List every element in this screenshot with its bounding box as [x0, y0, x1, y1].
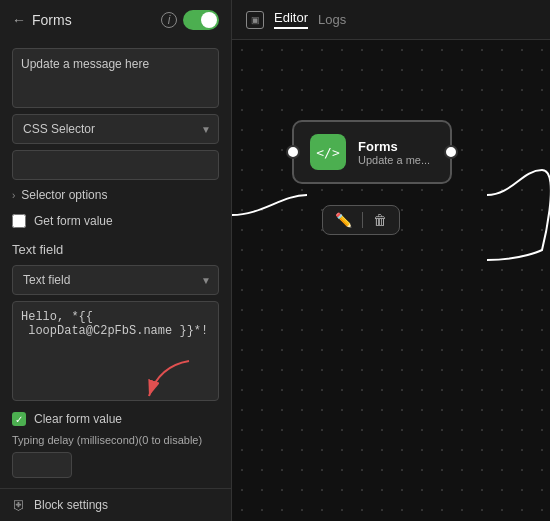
node-icon-box: </> [310, 134, 346, 170]
right-panel: ▣ Editor Logs </> Forms Update a me... [232, 0, 550, 521]
node-card: </> Forms Update a me... [292, 120, 452, 184]
panel-header: ← Forms i [0, 0, 231, 40]
message-textarea[interactable]: Update a message here [12, 48, 219, 108]
panel-title: Forms [32, 12, 155, 28]
get-form-value-checkbox[interactable] [12, 214, 26, 228]
text-field-wrapper: Text field Password Email Number ▼ [12, 265, 219, 295]
clear-form-value-label: Clear form value [34, 412, 122, 426]
action-divider [362, 212, 363, 228]
node-info: Forms Update a me... [358, 139, 430, 166]
node-title: Forms [358, 139, 430, 154]
css-selector-wrapper: CSS Selector XPath ID Class ▼ [12, 114, 219, 144]
text-field-section-label: Text field [12, 238, 219, 259]
node-actions: ✏️ 🗑 [322, 205, 400, 235]
chevron-right-icon: › [12, 190, 15, 201]
get-form-value-row: Get form value [12, 210, 219, 232]
css-selector-dropdown[interactable]: CSS Selector XPath ID Class [12, 114, 219, 144]
typing-delay-input[interactable]: 70 [12, 452, 72, 478]
info-icon[interactable]: i [161, 12, 177, 28]
text-field-dropdown[interactable]: Text field Password Email Number [12, 265, 219, 295]
forms-toggle[interactable] [183, 10, 219, 30]
clear-form-value-row: Clear form value [12, 410, 219, 428]
clear-form-value-checkbox[interactable] [12, 412, 26, 426]
selector-options-row[interactable]: › Selector options [12, 186, 219, 204]
css-selector-input[interactable]: [title="Type a message"] [12, 150, 219, 180]
panel-content: Update a message here CSS Selector XPath… [0, 40, 231, 488]
connections-svg [232, 40, 550, 521]
value-textarea[interactable]: Hello, *{{ loopData@C2pFbS.name }}*! [12, 301, 219, 401]
canvas-area: </> Forms Update a me... ✏️ 🗑 [232, 40, 550, 521]
get-form-value-label: Get form value [34, 214, 113, 228]
shield-icon: ⛨ [12, 497, 26, 513]
delete-icon[interactable]: 🗑 [373, 212, 387, 228]
editor-icon: ▣ [246, 11, 264, 29]
left-panel: ← Forms i Update a message here CSS Sele… [0, 0, 232, 521]
node-subtitle: Update a me... [358, 154, 430, 166]
edit-icon[interactable]: ✏️ [335, 212, 352, 228]
block-settings-label: Block settings [34, 498, 108, 512]
node-connector-right [444, 145, 458, 159]
tab-editor[interactable]: Editor [274, 10, 308, 29]
typing-delay-label: Typing delay (millisecond)(0 to disable) [12, 434, 219, 446]
block-settings-row[interactable]: ⛨ Block settings [0, 488, 231, 521]
node-code-icon: </> [316, 145, 339, 160]
value-input-wrapper: Hello, *{{ loopData@C2pFbS.name }}*! [12, 301, 219, 404]
back-button[interactable]: ← [12, 12, 26, 28]
right-header: ▣ Editor Logs [232, 0, 550, 40]
node-connector-left [286, 145, 300, 159]
selector-options-label: Selector options [21, 188, 107, 202]
tab-logs[interactable]: Logs [318, 12, 346, 27]
